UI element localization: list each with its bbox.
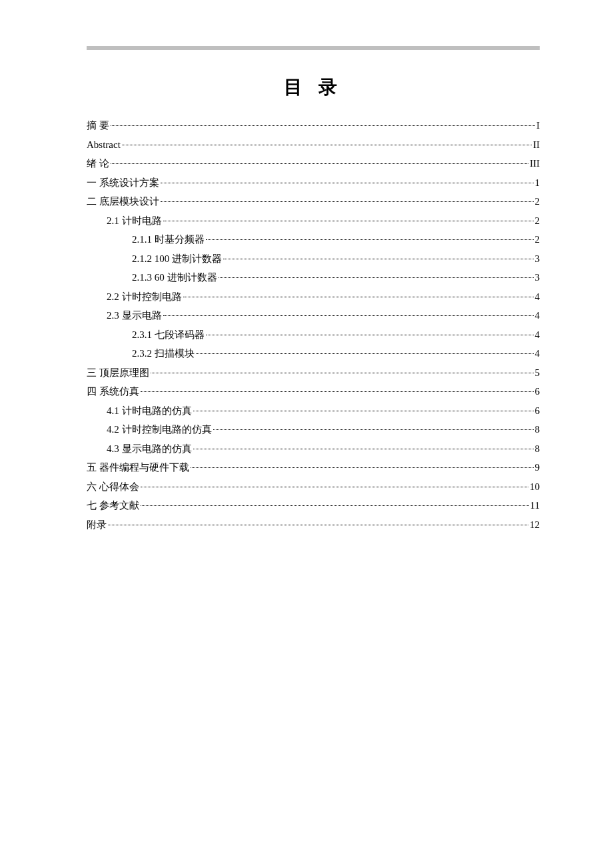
toc-entry: 2.1.1 时基分频器2 [87,230,540,249]
toc-entry: 三 顶层原理图5 [87,363,540,383]
toc-dot-leader [193,411,534,411]
toc-dot-leader [206,335,534,335]
toc-entry-label: 一 系统设计方案 [87,173,159,193]
toc-entry: 摘 要I [87,116,540,135]
toc-entry-label: 六 心得体会 [87,477,139,497]
toc-dot-leader [161,183,534,183]
toc-entry-label: 4.3 显示电路的仿真 [107,439,192,459]
toc-entry: 二 底层模块设计2 [87,192,540,211]
toc-dot-leader [141,487,528,487]
toc-dot-leader [213,429,534,430]
toc-entry-page: 4 [535,325,540,345]
toc-entry-label: 2.2 计时控制电路 [107,287,182,307]
toc-entry-page: 9 [535,458,540,477]
toc-entry-label: 2.1.1 时基分频器 [132,230,205,249]
toc-entry-label: 4.2 计时控制电路的仿真 [107,420,212,439]
toc-entry-label: 附录 [87,515,107,535]
toc-dot-leader [191,467,534,468]
toc-entry: 四 系统仿真6 [87,382,540,401]
toc-entry-page: I [536,116,540,135]
toc-entry-label: 2.3.1 七段译码器 [132,325,205,345]
toc-entry: 附录12 [87,515,540,535]
toc-entry-label: 4.1 计时电路的仿真 [107,401,192,421]
toc-entry-page: 5 [535,363,540,383]
toc-entry-label: 七 参考文献 [87,496,139,515]
toc-title: 目 录 [87,75,540,100]
toc-dot-leader [196,353,534,354]
toc-dot-leader [141,391,534,392]
toc-entry-label: 2.1.2 100 进制计数器 [132,249,222,269]
toc-dot-leader [111,163,528,164]
toc-entry: AbstractII [87,135,540,155]
toc-dot-leader [163,221,534,221]
toc-dot-leader [163,315,534,316]
toc-entry: 4.2 计时控制电路的仿真8 [87,420,540,439]
toc-entry: 七 参考文献11 [87,496,540,515]
toc-dot-leader [183,297,534,297]
toc-entry-page: III [530,154,540,173]
toc-dot-leader [219,277,534,278]
toc-entry-label: 2.3 显示电路 [107,306,162,325]
toc-entry: 4.1 计时电路的仿真6 [87,401,540,421]
toc-dot-leader [151,373,534,373]
toc-entry-page: II [533,135,540,155]
toc-entry-page: 4 [535,287,540,307]
toc-entry-label: 绪 论 [87,154,109,173]
toc-entry: 2.1.2 100 进制计数器3 [87,249,540,269]
toc-entry-page: 6 [535,382,540,401]
toc-entry: 4.3 显示电路的仿真8 [87,439,540,459]
toc-entry-page: 12 [530,515,540,535]
toc-entry: 2.2 计时控制电路4 [87,287,540,307]
toc-entry-label: 三 顶层原理图 [87,363,149,383]
toc-entry-page: 6 [535,401,540,421]
toc-dot-leader [193,449,534,449]
toc-dot-leader [122,145,532,145]
toc-entry-page: 3 [535,249,540,269]
toc-dot-leader [111,125,535,126]
toc-entry: 2.3 显示电路4 [87,306,540,325]
toc-entry-page: 8 [535,420,540,439]
toc-entry-page: 4 [535,344,540,363]
toc-entry-label: 五 器件编程与硬件下载 [87,458,189,477]
toc-entry-label: 2.1 计时电路 [107,211,162,231]
toc-entry-page: 11 [530,496,540,515]
toc-entry: 2.3.2 扫描模块4 [87,344,540,363]
toc-entry-page: 4 [535,306,540,325]
toc-dot-leader [206,239,534,240]
toc-entry: 一 系统设计方案1 [87,173,540,193]
toc-dot-leader [108,525,528,525]
toc-entry-label: 摘 要 [87,116,109,135]
toc-entry-label: 二 底层模块设计 [87,192,159,211]
toc-entry: 六 心得体会10 [87,477,540,497]
toc-entry: 2.1.3 60 进制计数器3 [87,268,540,287]
toc-entry: 五 器件编程与硬件下载9 [87,458,540,477]
toc-dot-leader [161,201,534,202]
toc-entry: 2.1 计时电路2 [87,211,540,231]
header-rule [87,47,540,49]
toc-entry: 绪 论III [87,154,540,173]
toc-entry-page: 10 [530,477,540,497]
toc-entry-page: 1 [535,173,540,193]
toc-entry-page: 2 [535,230,540,249]
toc-entry-page: 2 [535,211,540,231]
toc-entry-label: 2.1.3 60 进制计数器 [132,268,217,287]
toc-entry-page: 8 [535,439,540,459]
toc-entry-label: 四 系统仿真 [87,382,139,401]
toc-entry: 2.3.1 七段译码器4 [87,325,540,345]
toc-entry-label: Abstract [87,135,121,155]
toc-entry-page: 2 [535,192,540,211]
document-page: 目 录 摘 要IAbstractII绪 论III一 系统设计方案1二 底层模块设… [0,0,613,534]
toc-entry-page: 3 [535,268,540,287]
toc-list: 摘 要IAbstractII绪 论III一 系统设计方案1二 底层模块设计22.… [87,116,540,534]
toc-dot-leader [223,259,534,259]
toc-dot-leader [141,505,529,506]
toc-entry-label: 2.3.2 扫描模块 [132,344,195,363]
